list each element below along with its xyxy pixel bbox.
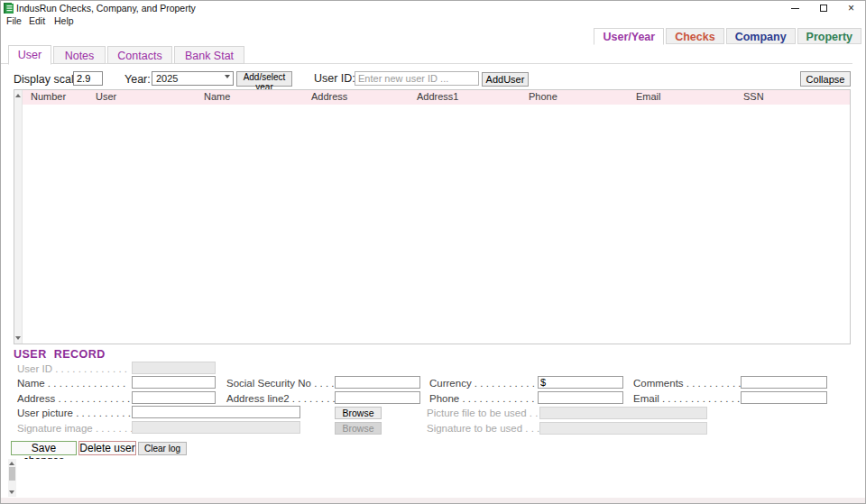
signature-file-field-label: Signature to be used . . . . [427, 423, 546, 434]
tab-bank-stat[interactable]: Bank Stat [174, 46, 244, 64]
collapse-button[interactable]: Collapse [800, 71, 851, 87]
close-button[interactable]: × [837, 1, 865, 15]
tab-user[interactable]: User [8, 45, 51, 65]
ssn-field-label: Social Security No . . . . . [226, 378, 340, 389]
name-field-label: Name . . . . . . . . . . . . . . [17, 378, 125, 389]
table-scrollbar[interactable] [14, 90, 23, 344]
user-record-title: USER RECORD [14, 348, 106, 361]
currency-field-label: Currency . . . . . . . . . . . . . [429, 378, 547, 389]
year-select[interactable]: 2025 [152, 71, 234, 86]
sub-tab-bar: User Notes Contacts Bank Stat [1, 44, 852, 64]
tab-property[interactable]: Property [797, 28, 861, 44]
address-field-label: Address . . . . . . . . . . . . . [17, 393, 130, 404]
window-controls: × [781, 1, 865, 15]
new-user-id-input[interactable] [355, 71, 479, 86]
address2-field[interactable] [335, 391, 420, 404]
year-label: Year: [124, 73, 151, 86]
menu-edit[interactable]: Edit [29, 15, 45, 26]
table-header: NumberUserNameAddressAddress1PhoneEmailS… [23, 90, 850, 105]
tab-company[interactable]: Company [726, 28, 796, 44]
user-picture-field-label: User picture . . . . . . . . . . [17, 408, 131, 418]
picture-file-field-label: Picture file to be used . . . [427, 408, 544, 418]
clear-log-button[interactable]: Clear log [138, 442, 187, 455]
column-header-email[interactable]: Email [636, 91, 661, 102]
menu-help[interactable]: Help [54, 15, 74, 26]
log-scrollbar[interactable] [8, 459, 16, 497]
chevron-down-icon [225, 75, 230, 78]
user-id-field-label: User ID . . . . . . . . . . . . . [17, 363, 127, 374]
main-tab-bar: User/Year Checks Company Property [592, 28, 861, 45]
window-title: IndusRun Checks, Company, and Property [16, 3, 196, 14]
tab-notes[interactable]: Notes [53, 46, 106, 64]
column-header-phone[interactable]: Phone [529, 91, 557, 102]
save-changes-button[interactable]: Save changes [11, 441, 77, 455]
name-field[interactable] [132, 376, 216, 389]
picture-file-field [539, 407, 707, 419]
title-bar: IndusRun Checks, Company, and Property × [1, 1, 865, 15]
phone-field-label: Phone . . . . . . . . . . . . . . . [429, 393, 546, 404]
bottom-strip [1, 498, 865, 504]
column-header-ssn[interactable]: SSN [743, 91, 764, 102]
browse-picture-button[interactable]: Browse [335, 407, 382, 419]
maximize-icon [820, 5, 827, 12]
signature-image-field [132, 421, 300, 434]
log-scroll-thumb[interactable] [9, 467, 15, 481]
tab-contacts[interactable]: Contacts [107, 46, 172, 64]
menu-bar: File Edit Help [1, 15, 865, 27]
tab-user-year[interactable]: User/Year [594, 28, 664, 45]
log-panel: Display setup: Change the display scale … [8, 459, 860, 497]
signature-image-field-label: Signature image . . . . . . . [17, 423, 133, 434]
address2-field-label: Address line2 . . . . . . . . . [226, 393, 341, 404]
year-value: 2025 [156, 73, 178, 84]
email-field-label: Email . . . . . . . . . . . . . . . [633, 393, 746, 404]
scroll-up-icon[interactable] [15, 94, 21, 97]
comments-field[interactable] [741, 376, 827, 389]
email-field[interactable] [741, 391, 827, 404]
comments-field-label: Comments . . . . . . . . . . [633, 378, 742, 389]
column-header-name[interactable]: Name [204, 91, 230, 102]
app-window: IndusRun Checks, Company, and Property ×… [0, 0, 866, 504]
add-select-year-button[interactable]: Add/select year [236, 71, 292, 87]
phone-field[interactable] [538, 391, 623, 404]
add-user-button[interactable]: AddUser [482, 72, 529, 87]
column-header-address[interactable]: Address [311, 91, 347, 102]
log-scroll-down-icon[interactable] [9, 490, 14, 494]
address-field[interactable] [132, 391, 216, 404]
column-header-address1[interactable]: Address1 [417, 91, 458, 102]
close-icon: × [848, 3, 854, 14]
tab-checks[interactable]: Checks [666, 28, 723, 44]
signature-file-field [539, 422, 707, 435]
maximize-button[interactable] [809, 1, 837, 15]
minimize-button[interactable] [781, 1, 809, 15]
minimize-icon [791, 8, 799, 9]
user-id-field [132, 362, 216, 374]
user-picture-field[interactable] [132, 406, 300, 418]
log-scroll-up-icon[interactable] [9, 462, 14, 465]
app-icon [4, 3, 14, 14]
column-header-user[interactable]: User [96, 91, 116, 102]
ssn-field[interactable] [335, 376, 420, 389]
currency-field[interactable] [538, 376, 623, 389]
delete-user-button[interactable]: Delete user [78, 441, 136, 455]
user-id-label: User ID: [314, 72, 355, 85]
browse-signature-button: Browse [335, 422, 382, 435]
user-table: NumberUserNameAddressAddress1PhoneEmailS… [14, 89, 851, 344]
menu-file[interactable]: File [6, 15, 22, 26]
column-header-number[interactable]: Number [31, 91, 66, 102]
scroll-down-icon[interactable] [15, 336, 21, 340]
display-scale-input[interactable] [73, 71, 103, 86]
